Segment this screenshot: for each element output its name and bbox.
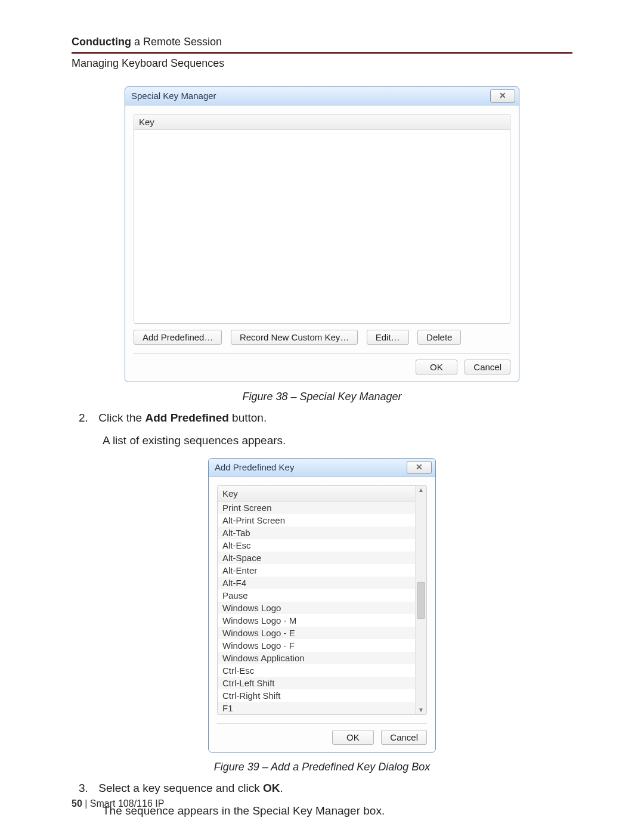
add-predefined-key-dialog: Add Predefined Key ✕ Key Print ScreenAlt… xyxy=(208,458,436,753)
heading-rule xyxy=(72,52,572,54)
list-item[interactable]: Windows Logo xyxy=(218,602,415,614)
list-item[interactable]: Alt-Space xyxy=(218,552,415,564)
list-item[interactable]: Windows Logo - F xyxy=(218,639,415,652)
step-2-result: A list of existing sequences appears. xyxy=(103,434,572,447)
step-3-text-pre: Select a key sequence and click xyxy=(98,782,263,794)
key-listbox[interactable]: Key xyxy=(134,114,510,324)
list-item[interactable]: Ctrl-Right Shift xyxy=(218,689,415,702)
figure-39-caption: Figure 39 – Add a Predefined Key Dialog … xyxy=(72,761,572,773)
list-item[interactable]: F1 xyxy=(218,702,415,714)
dialog-title: Special Key Manager xyxy=(131,87,216,105)
edit-button[interactable]: Edit… xyxy=(367,330,409,345)
ok-button[interactable]: OK xyxy=(416,360,457,374)
close-icon[interactable]: ✕ xyxy=(407,461,432,474)
list-item[interactable]: Windows Logo - E xyxy=(218,627,415,639)
page-footer: 50 | Smart 108/116 IP xyxy=(72,798,164,809)
list-item[interactable]: Alt-Print Screen xyxy=(218,514,415,527)
step-2-text-pre: Click the xyxy=(98,411,145,424)
step-2-text-bold: Add Predefined xyxy=(145,411,228,424)
list-item[interactable]: Ctrl-Esc xyxy=(218,664,415,677)
scrollbar[interactable]: ▲ ▼ xyxy=(415,486,426,714)
scroll-down-icon[interactable]: ▼ xyxy=(418,707,424,713)
step-2-text-post: button. xyxy=(229,411,267,424)
list-item[interactable]: Alt-F4 xyxy=(218,577,415,589)
list-item[interactable]: Alt-Esc xyxy=(218,539,415,552)
scroll-thumb[interactable] xyxy=(417,582,425,619)
step-2-number: 2. xyxy=(79,411,95,425)
special-key-manager-dialog: Special Key Manager ✕ Key Add Predefined… xyxy=(125,86,519,382)
close-icon[interactable]: ✕ xyxy=(490,89,515,103)
add-predefined-button[interactable]: Add Predefined… xyxy=(134,330,222,345)
step-2: 2. Click the Add Predefined button. A li… xyxy=(79,411,572,447)
chapter-heading-rest: a Remote Session xyxy=(131,36,222,48)
list-item[interactable]: Alt-Tab xyxy=(218,527,415,539)
list-item[interactable]: Windows Application xyxy=(218,652,415,664)
page-number: 50 xyxy=(72,798,82,809)
step-3-number: 3. xyxy=(79,782,95,795)
cancel-button[interactable]: Cancel xyxy=(381,730,427,745)
predefined-key-listbox[interactable]: Key Print ScreenAlt-Print ScreenAlt-TabA… xyxy=(217,485,427,715)
list-item[interactable]: Alt-Enter xyxy=(218,564,415,577)
list-item[interactable]: Pause xyxy=(218,589,415,602)
column-header-key: Key xyxy=(134,114,510,130)
list-item[interactable]: Ctrl-Left Shift xyxy=(218,677,415,689)
dialog-title: Add Predefined Key xyxy=(215,459,294,476)
step-3-text-bold: OK xyxy=(263,782,280,794)
chapter-heading: Conducting a Remote Session xyxy=(72,36,572,48)
list-item[interactable]: Print Screen xyxy=(218,501,415,514)
footer-sep: | xyxy=(82,798,90,809)
figure-38-caption: Figure 38 – Special Key Manager xyxy=(72,391,572,403)
subsection-heading: Managing Keyboard Sequences xyxy=(72,57,572,70)
step-3-result: The sequence appears in the Special Key … xyxy=(103,804,572,817)
delete-button[interactable]: Delete xyxy=(417,330,461,345)
footer-product: Smart 108/116 IP xyxy=(90,798,165,809)
cancel-button[interactable]: Cancel xyxy=(465,360,510,374)
column-header-key: Key xyxy=(218,486,415,501)
step-3-text-post: . xyxy=(280,782,283,794)
chapter-heading-bold: Conducting xyxy=(72,36,131,48)
scroll-up-icon[interactable]: ▲ xyxy=(418,487,424,493)
ok-button[interactable]: OK xyxy=(332,730,374,745)
list-item[interactable]: Windows Logo - M xyxy=(218,614,415,627)
record-new-custom-key-button[interactable]: Record New Custom Key… xyxy=(231,330,358,345)
